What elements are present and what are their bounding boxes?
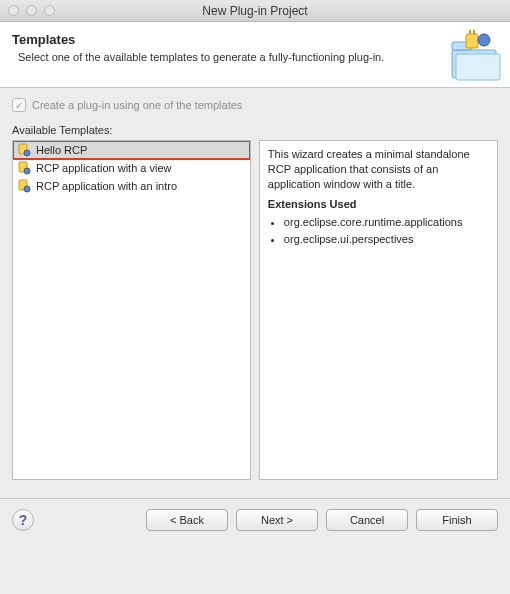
cancel-button[interactable]: Cancel <box>326 509 408 531</box>
wizard-footer: ? < Back Next > Cancel Finish <box>0 499 510 543</box>
template-icon <box>17 179 31 193</box>
svg-rect-3 <box>466 34 478 48</box>
extensions-heading: Extensions Used <box>268 198 489 210</box>
svg-rect-2 <box>456 54 500 80</box>
list-item-label: Hello RCP <box>36 144 87 156</box>
next-button[interactable]: Next > <box>236 509 318 531</box>
list-item[interactable]: RCP application with a view <box>13 159 250 177</box>
extensions-list: org.eclipse.core.runtime.applications or… <box>284 214 489 249</box>
template-icon <box>17 161 31 175</box>
banner-subtext: Select one of the available templates to… <box>12 51 498 63</box>
list-item-label: RCP application with a view <box>36 162 172 174</box>
banner-heading: Templates <box>12 32 498 47</box>
use-template-label: Create a plug-in using one of the templa… <box>32 99 242 111</box>
svg-point-6 <box>478 34 490 46</box>
list-item[interactable]: Hello RCP <box>13 141 250 159</box>
templates-listbox[interactable]: Hello RCP RCP application with a view RC… <box>12 140 251 480</box>
description-text: This wizard creates a minimal standalone… <box>268 147 489 192</box>
list-item-label: RCP application with an intro <box>36 180 177 192</box>
help-button[interactable]: ? <box>12 509 34 531</box>
window-title: New Plug-in Project <box>0 4 510 18</box>
available-templates-label: Available Templates: <box>12 124 498 136</box>
wizard-banner: Templates Select one of the available te… <box>0 22 510 88</box>
titlebar: New Plug-in Project <box>0 0 510 22</box>
template-icon <box>17 143 31 157</box>
wizard-body: ✓ Create a plug-in using one of the temp… <box>0 88 510 488</box>
svg-point-8 <box>24 150 30 156</box>
template-description: This wizard creates a minimal standalone… <box>259 140 498 480</box>
use-template-checkbox: ✓ <box>12 98 26 112</box>
svg-point-12 <box>24 186 30 192</box>
extension-item: org.eclipse.core.runtime.applications <box>284 214 489 232</box>
back-button[interactable]: < Back <box>146 509 228 531</box>
extension-item: org.eclipse.ui.perspectives <box>284 231 489 249</box>
plugin-folder-icon <box>446 28 502 84</box>
use-template-checkbox-row: ✓ Create a plug-in using one of the temp… <box>12 98 498 112</box>
list-item[interactable]: RCP application with an intro <box>13 177 250 195</box>
finish-button[interactable]: Finish <box>416 509 498 531</box>
svg-point-10 <box>24 168 30 174</box>
